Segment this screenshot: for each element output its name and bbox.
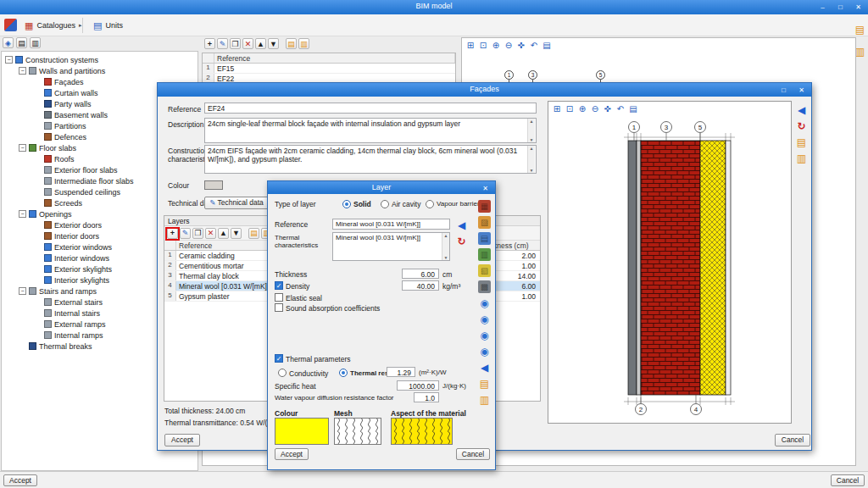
copy-icon[interactable]: ❐ [192,228,203,239]
scroll-down-icon[interactable]: ▼ [528,168,535,173]
brick-material-icon[interactable]: ▦ [478,200,491,213]
tree-expander-icon[interactable] [34,122,42,130]
zoom-in-icon[interactable]: ⊕ [576,103,588,114]
edit-icon[interactable]: ✎ [180,228,191,239]
sound-absorption-checkbox[interactable] [275,303,283,312]
zoom-out-icon[interactable]: ⊖ [503,40,515,51]
material-info-icon-4[interactable]: ◉ [478,345,491,358]
tree-item[interactable]: − Construction systems [2,54,198,65]
aspect-swatch[interactable] [391,418,453,445]
maximize-button[interactable]: □ [776,85,791,95]
wall-section-viewer[interactable]: ⊞⊡⊕⊖✜↶▤ [548,101,792,424]
solid-radio[interactable] [342,200,351,208]
insulation-material-icon[interactable]: ▧ [478,264,491,277]
export-icon[interactable]: ▥ [795,152,808,164]
back-arrow-icon[interactable]: ◀ [455,219,468,231]
catalog-row[interactable]: 1 EF15 [203,64,455,74]
vapour-barrier-radio[interactable] [426,200,434,208]
colour-swatch[interactable] [204,180,223,190]
units-button[interactable]: ▤ Units [87,17,129,34]
material-info-icon-1[interactable]: ◉ [478,297,491,309]
minimize-button[interactable]: – [815,2,830,12]
zoom-extents-icon[interactable]: ⊡ [477,40,489,51]
air-cavity-radio[interactable] [381,200,389,208]
import-icon[interactable]: ▤ [854,23,866,36]
import-icon[interactable]: ▤ [795,136,808,148]
metal-material-icon[interactable]: ▩ [478,280,491,293]
tree-expander-icon[interactable] [34,309,42,317]
cancel-button[interactable]: Cancel [775,434,810,446]
tree-expander-icon[interactable] [34,188,42,196]
copy-icon[interactable]: ❐ [230,38,241,49]
material-info-icon-2[interactable]: ◉ [478,313,491,325]
tile-material-icon[interactable]: ▤ [478,232,491,245]
elastic-seal-checkbox[interactable] [275,293,283,302]
close-button[interactable]: ✕ [851,2,865,12]
tree-expander-icon[interactable] [34,320,42,328]
tree-expander-icon[interactable] [34,243,42,251]
delete-icon[interactable]: ✕ [205,228,216,239]
material-info-icon-3[interactable]: ◉ [478,329,491,341]
scroll-up-icon[interactable]: ▲ [528,119,535,124]
cancel-button[interactable]: Cancel [456,448,490,460]
tree-expander-icon[interactable] [34,331,42,339]
tree-expander-icon[interactable]: − [19,210,26,218]
close-button[interactable]: ✕ [478,183,492,193]
tree-expander-icon[interactable] [34,133,42,141]
description-field[interactable]: 24cm single-leaf thermal block façade wi… [204,118,537,143]
scrollbar[interactable]: ▲▼ [527,146,535,173]
tree-expander-icon[interactable]: − [19,67,26,75]
accept-button[interactable]: Accept [275,448,309,460]
card-view-icon[interactable]: ▤ [16,37,27,48]
scroll-up-icon[interactable]: ▲ [442,233,449,238]
refresh-icon[interactable]: ↻ [455,235,468,247]
catalogues-button[interactable]: ▦ Catalogues ▸ [19,17,87,34]
specific-heat-field[interactable]: 1000.00 [397,380,439,391]
tree-expander-icon[interactable] [34,298,42,306]
back-arrow-icon[interactable]: ◀ [795,103,808,116]
tree-expander-icon[interactable] [34,199,42,207]
zoom-in-icon[interactable]: ⊕ [490,40,502,51]
vapour-diffusion-field[interactable]: 1.0 [414,392,439,402]
tree-expander-icon[interactable] [34,265,42,273]
tree-expander-icon[interactable] [34,254,42,262]
tree-expander-icon[interactable] [34,232,42,240]
wood-material-icon[interactable]: ▥ [478,248,491,261]
tree-expander-icon[interactable] [34,111,42,119]
import-icon[interactable]: ▤ [248,228,259,239]
reference-field[interactable]: EF24 [204,103,537,114]
tree-expander-icon[interactable] [34,89,42,97]
tree-expander-icon[interactable]: − [19,144,26,152]
tree-expander-icon[interactable] [19,342,26,350]
accept-button[interactable]: Accept [3,474,37,486]
scrollbar[interactable]: ▲▼ [527,119,535,142]
tree-expander-icon[interactable] [34,78,42,86]
previous-view-icon[interactable]: ↶ [615,103,626,114]
zoom-out-icon[interactable]: ⊖ [589,103,601,114]
thermal-parameters-checkbox[interactable] [275,354,283,363]
tree-expander-icon[interactable] [34,276,42,284]
tree-expander-icon[interactable] [34,221,42,229]
tree-expander-icon[interactable]: − [19,287,26,295]
density-field[interactable]: 40.00 [402,280,439,291]
pan-icon[interactable]: ✜ [515,40,527,51]
thermal-resistance-radio[interactable] [339,369,348,377]
tree-expander-icon[interactable] [34,100,42,108]
import-icon[interactable]: ▤ [478,377,491,390]
thermal-resistance-field[interactable]: 1.29 [387,367,415,377]
import-icon[interactable]: ▤ [286,38,297,49]
list-view-icon[interactable]: ▥ [30,37,41,48]
tree-item[interactable]: − Walls and partitions [2,65,198,76]
stone-material-icon[interactable]: ▨ [478,216,491,229]
zoom-window-icon[interactable]: ⊞ [465,40,476,51]
zoom-window-icon[interactable]: ⊞ [551,103,563,114]
database-icon[interactable]: ◈ [3,37,14,48]
accept-button[interactable]: Accept [164,434,200,446]
tree-expander-icon[interactable] [34,155,42,163]
conductivity-radio[interactable] [278,369,287,377]
tree-expander-icon[interactable] [34,166,42,174]
delete-icon[interactable]: ✕ [242,38,253,49]
refresh-icon[interactable]: ↻ [795,119,808,132]
mesh-swatch[interactable] [334,418,381,445]
edit-icon[interactable]: ✎ [217,38,228,49]
